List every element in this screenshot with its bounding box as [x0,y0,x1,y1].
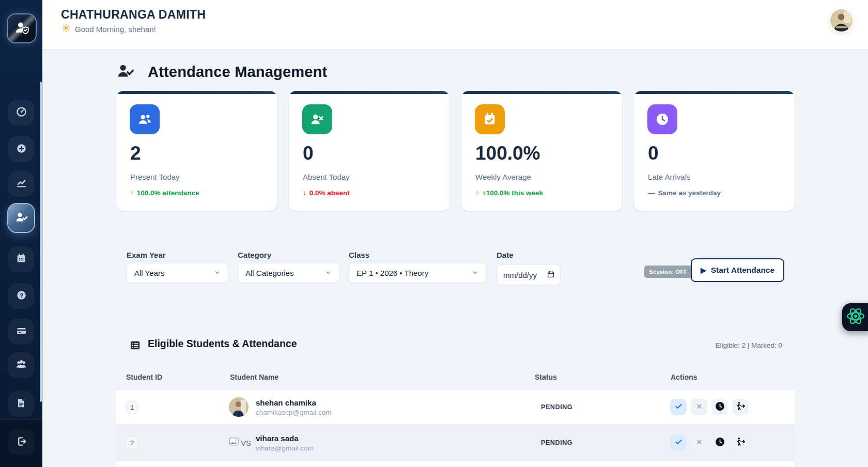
main-content: Attendance Management 2 Present Today ↑1… [42,50,868,467]
sidebar-item-billing[interactable] [8,319,34,345]
card-accent [634,91,795,94]
student-identity: vihara sada vihara@gmail.com [256,434,314,452]
mark-absent-button[interactable] [691,434,707,451]
stat-value: 2 [130,143,141,164]
table-section-title: Eligible Students & Attendance [148,338,297,350]
col-actions: Actions [671,373,697,381]
sidebar-item-schedule[interactable] [8,246,34,272]
sidebar-bottom-section [0,419,42,467]
exam-year-select[interactable]: All Years [127,263,228,283]
document-icon [16,397,27,411]
user-x-icon [302,104,332,134]
greeting: Good Morning, shehan! [61,23,156,35]
sidebar-item-students[interactable] [8,352,34,378]
avatar-photo [229,397,249,417]
sidebar-item-logout[interactable] [8,429,34,455]
status-badge: PENDING [541,439,572,446]
session-status-badge: Session: OFF [644,266,692,278]
calendar-icon [16,253,27,266]
category-select[interactable]: All Categories [238,263,339,283]
status-badge: PENDING [541,403,572,411]
user-check-title-icon [116,62,134,82]
student-email: chamikascp@gmail.com [256,409,332,416]
clock-icon [647,104,677,134]
student-avatar: VS [229,437,251,448]
stat-label: Absent Today [303,173,350,181]
start-attendance-button[interactable]: ▶ Start Attendance [691,258,784,282]
chevron-down-icon [214,269,221,277]
table-footer-spacer [116,461,795,467]
chevron-down-icon [472,269,478,277]
app-logo[interactable] [8,14,36,42]
stat-value: 100.0% [475,143,540,164]
stat-label: Late Arrivals [648,173,691,181]
stat-card-present-today: 2 Present Today ↑100.0% attendance [116,91,277,211]
list-icon [129,339,141,353]
sidebar-item-documents[interactable] [8,391,34,417]
calendar-picker-icon[interactable] [547,270,555,280]
sidebar-item-add-new[interactable] [8,136,34,162]
class-select[interactable]: EP 1 • 2026 • Theory [349,263,486,283]
x-icon [695,438,703,447]
student-id-badge: 1 [126,401,138,414]
trend-arrow: — [648,189,655,197]
devtools-fab[interactable] [842,303,868,331]
trend-arrow: ↑ [130,189,134,197]
stat-label: Present Today [130,173,180,181]
gauge-icon [16,106,27,120]
mark-late-button[interactable] [711,399,728,415]
person-walking-arrow-icon [735,401,746,413]
stat-value: 0 [648,143,659,164]
mark-leave-button[interactable] [732,399,749,415]
student-avatar [229,397,249,417]
date-input[interactable]: mm/dd/yy [497,264,561,285]
table-row: 1 shehan chamika chamikascp@gmail.com PE… [116,390,795,424]
date-label: Date [497,251,514,259]
chart-line-icon [16,177,27,191]
mark-leave-button[interactable] [732,434,749,451]
card-accent [289,91,450,94]
greeting-text: Good Morning, shehan! [75,25,156,34]
card-accent [461,91,622,94]
sidebar-item-attendance[interactable] [8,204,34,232]
clock-icon [715,437,725,449]
profile-avatar[interactable] [830,9,853,32]
check-icon [674,402,683,412]
play-icon: ▶ [701,267,706,274]
stat-label: Weekly Average [475,173,531,181]
mark-present-button[interactable] [670,434,687,451]
mark-present-button[interactable] [670,399,687,415]
question-circle-icon: ? [16,289,27,303]
sidebar-item-analytics[interactable] [8,171,34,197]
stat-card-absent-today: 0 Absent Today ↓0.0% absent [289,91,450,211]
student-name: shehan chamika [256,398,332,407]
sidebar: ? [0,0,42,467]
chevron-down-icon [325,269,332,277]
student-identity: shehan chamika chamikascp@gmail.com [256,398,332,416]
student-id-badge: 2 [126,437,138,449]
mark-absent-button[interactable] [691,399,707,415]
user-shield-icon [14,20,29,37]
stat-card-weekly-average: 100.0% Weekly Average ↑+100.0% this week [461,91,622,211]
sidebar-scrollbar[interactable] [40,82,42,402]
card-accent [116,91,277,94]
table-header-row: Student ID Student Name Status Actions [116,365,795,390]
col-status: Status [535,373,557,381]
check-icon [674,438,683,448]
category-label: Category [238,251,271,259]
stat-cards: 2 Present Today ↑100.0% attendance 0 Abs… [116,91,795,211]
institute-name: CHATHURANGA DAMITH [61,8,206,22]
table-summary: Eligible: 2 | Marked: 0 [715,341,782,349]
logout-icon [16,435,27,449]
atom-icon [842,306,865,328]
top-header: CHATHURANGA DAMITH Good Morning, shehan! [42,0,868,50]
calendar-check-icon [475,104,505,134]
page-title-row: Attendance Management [116,62,327,82]
user-check-icon [15,211,28,226]
page-title: Attendance Management [148,64,327,81]
sidebar-item-dashboard[interactable] [8,100,34,126]
plus-circle-icon [16,143,27,157]
mark-late-button[interactable] [711,434,728,451]
sidebar-item-help[interactable]: ? [8,283,34,309]
stat-card-late-arrivals: 0 Late Arrivals —Same as yesterday [634,91,795,211]
